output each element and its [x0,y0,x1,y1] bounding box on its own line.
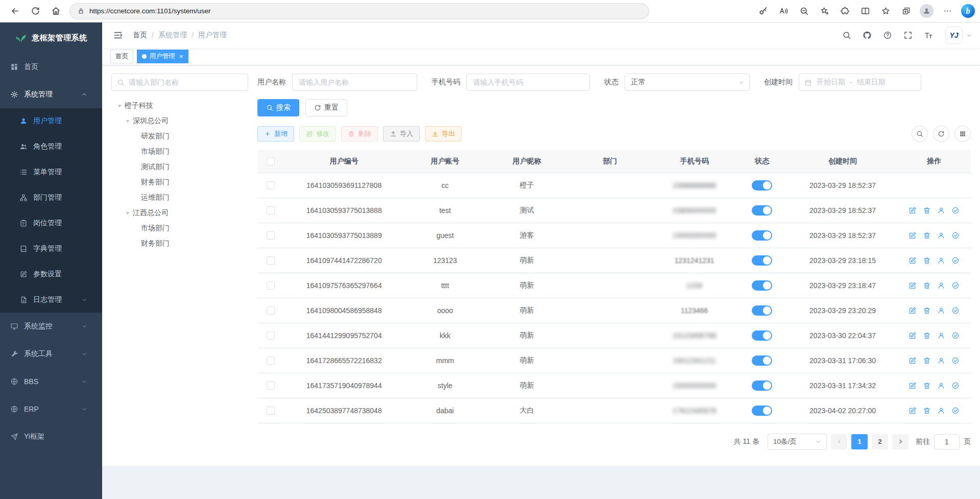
reset-password-icon[interactable] [937,231,945,240]
delete-icon[interactable] [923,306,931,315]
assign-role-icon[interactable] [951,357,960,365]
row-checkbox[interactable] [267,382,275,390]
copilot-bing-icon[interactable]: b [961,4,975,18]
row-checkbox[interactable] [267,206,275,215]
tree-node[interactable]: 市场部门 [111,144,248,159]
navbar-question-button[interactable] [880,28,895,43]
status-toggle[interactable] [752,355,772,366]
browser-extensions-button[interactable] [835,3,854,20]
reset-button[interactable]: 重置 [305,99,347,116]
row-checkbox[interactable] [267,331,275,340]
status-toggle[interactable] [752,205,772,216]
tab-user-management[interactable]: 用户管理× [137,50,188,63]
sidebar-item-role-management[interactable]: 角色管理 [0,134,102,159]
edit-button[interactable]: 修改 [299,126,336,141]
edit-icon[interactable] [909,382,917,390]
delete-icon[interactable] [923,382,931,390]
reset-password-icon[interactable] [937,357,945,365]
browser-key-button[interactable] [753,3,773,20]
sidebar-item-home[interactable]: 首页 [0,53,102,81]
sidebar-item-post-management[interactable]: 岗位管理 [0,210,102,236]
close-icon[interactable]: × [179,53,183,60]
status-toggle[interactable] [752,230,772,241]
sidebar-item-log-management[interactable]: 日志管理 [0,287,102,313]
navbar-font-size-button[interactable] [921,28,936,43]
import-button[interactable]: 导入 [383,126,420,141]
sidebar-item-param-settings[interactable]: 参数设置 [0,262,102,287]
username-input[interactable] [292,74,417,91]
row-checkbox[interactable] [267,281,275,290]
reset-password-icon[interactable] [937,206,945,215]
assign-role-icon[interactable] [951,206,960,215]
row-checkbox[interactable] [267,231,275,240]
tree-node[interactable]: ▾深圳总公司 [111,113,248,129]
tree-node[interactable]: 测试部门 [111,159,248,175]
tree-node[interactable]: 运维部门 [111,190,248,205]
status-toggle[interactable] [752,330,772,341]
next-page-button[interactable] [892,434,909,449]
delete-icon[interactable] [923,357,931,365]
delete-icon[interactable] [923,256,931,265]
reset-password-icon[interactable] [937,382,945,390]
sidebar-item-system-monitor[interactable]: 系统监控 [0,313,102,340]
export-button[interactable]: 导出 [425,126,462,141]
status-toggle[interactable] [752,305,772,316]
toolbar-search-button[interactable] [912,126,928,142]
edit-icon[interactable] [909,256,917,265]
sidebar-item-dict-management[interactable]: 字典管理 [0,236,102,262]
delete-icon[interactable] [923,331,931,340]
row-checkbox[interactable] [267,181,275,189]
status-toggle[interactable] [752,180,772,191]
navbar-github-button[interactable] [859,28,875,43]
row-checkbox[interactable] [267,357,275,365]
toolbar-refresh-button[interactable] [933,126,949,142]
prev-page-button[interactable] [831,434,847,449]
phone-input[interactable] [466,74,590,91]
row-checkbox[interactable] [267,306,275,315]
assign-role-icon[interactable] [951,407,960,415]
assign-role-icon[interactable] [951,256,960,265]
assign-role-icon[interactable] [951,382,960,390]
edit-icon[interactable] [909,231,917,240]
user-menu[interactable]: YJ [945,27,972,44]
reset-password-icon[interactable] [937,306,945,315]
tree-node[interactable]: 财务部门 [111,236,248,251]
sidebar-item-dept-management[interactable]: 部门管理 [0,185,102,210]
tree-node[interactable]: ▾橙子科技 [111,98,248,113]
edit-icon[interactable] [909,206,917,215]
navbar-fullscreen-button[interactable] [900,28,916,43]
browser-favorites-star-button[interactable] [876,3,895,20]
browser-favorites-add-button[interactable] [815,3,834,20]
reset-password-icon[interactable] [937,281,945,290]
tree-node[interactable]: 市场部门 [111,221,248,236]
dept-search-input[interactable] [129,78,243,86]
assign-role-icon[interactable] [951,281,960,290]
browser-read-aloud-button[interactable] [774,3,793,20]
assign-role-icon[interactable] [951,306,960,315]
sidebar-item-system-management[interactable]: 系统管理 [0,81,102,108]
reset-password-icon[interactable] [937,407,945,415]
goto-page-input[interactable] [934,434,960,449]
date-range-picker[interactable]: 开始日期 - 结束日期 [799,74,921,91]
edit-icon[interactable] [909,407,917,415]
page-size-select[interactable]: 10条/页 [768,434,827,450]
page-2-button[interactable]: 2 [872,434,888,449]
page-1-button[interactable]: 1 [851,434,868,449]
edit-icon[interactable] [909,281,917,290]
breadcrumb-home[interactable]: 首页 [133,31,147,40]
sidebar-item-bbs[interactable]: BBS [0,368,102,395]
select-all-checkbox[interactable] [267,157,275,165]
tree-node[interactable]: ▾江西总公司 [111,205,248,221]
tree-node[interactable]: 财务部门 [111,175,248,190]
sidebar-toggle-button[interactable] [110,28,126,43]
delete-icon[interactable] [923,231,931,240]
status-toggle[interactable] [752,255,772,266]
browser-more-menu-button[interactable] [938,3,957,20]
toolbar-grid-button[interactable] [954,126,971,142]
reset-password-icon[interactable] [937,331,945,340]
row-checkbox[interactable] [267,256,275,265]
sidebar-item-erp[interactable]: ERP [0,395,102,423]
add-button[interactable]: 新增 [257,126,294,141]
navbar-search-button[interactable] [839,28,854,43]
browser-split-screen-button[interactable] [855,3,875,20]
